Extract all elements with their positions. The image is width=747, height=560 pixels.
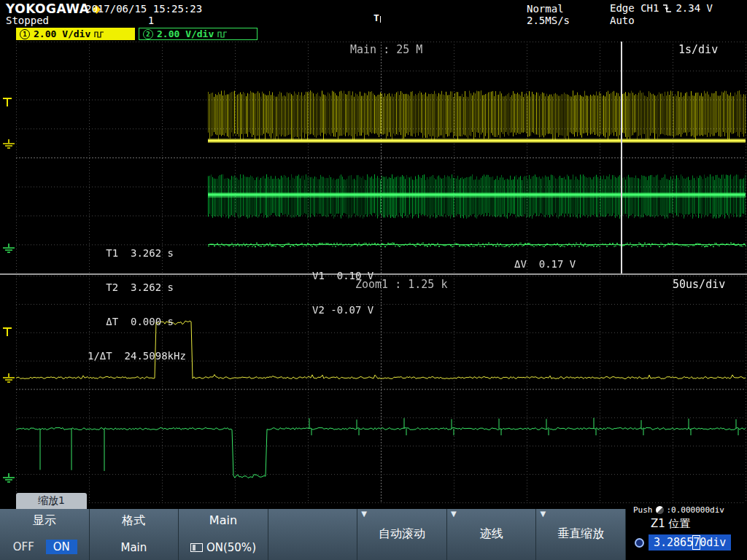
trigger-mode: Normal (527, 3, 564, 15)
digit-cursor: 7 (693, 536, 700, 549)
trigger-level: 2.34 V (676, 2, 713, 14)
trigger-position-icon: T (374, 12, 381, 23)
menu-main-value: ON(50%) (206, 541, 256, 554)
coupling-icon (217, 31, 228, 38)
trigger-sweep-mode: Auto (610, 15, 635, 26)
cursor-readout: T1 3.262 s T2 3.262 s ΔT 0.000 s 1/ΔT 24… (88, 225, 186, 385)
dropdown-icon: ▼ (451, 510, 457, 518)
menu-autoscroll[interactable]: ▼ 自动滚动 (357, 509, 447, 560)
push-knob-icon[interactable] (656, 506, 664, 514)
acquisition-count: 1 (85, 15, 217, 26)
menu-display: 显示 OFF ON (0, 509, 90, 560)
menu-vertical-zoom-title: 垂直缩放 (557, 526, 604, 542)
coupling-icon (94, 31, 104, 38)
cursor-v2: V2 -0.07 V (312, 305, 374, 316)
channel1-number-icon: 1 (20, 29, 30, 39)
cursor-freq: 1/ΔT 24.5098kHz (88, 351, 186, 362)
menu-trace-title: 迹线 (480, 526, 503, 542)
main-timebase: 1s/div (678, 43, 718, 56)
menu-main-title: Main (209, 513, 237, 527)
acquisition-status: Stopped (6, 15, 49, 26)
menu-display-title: 显示 (33, 513, 56, 529)
display-off-button[interactable]: OFF (12, 540, 36, 554)
push-value: :0.000000div (667, 505, 724, 515)
sample-rate: 2.5MS/s (527, 15, 570, 26)
zoom-window-label: Zoom1 : 1.25 k (355, 278, 447, 291)
cursor-t2: T2 3.262 s (88, 282, 186, 293)
menu-autoscroll-title: 自动滚动 (379, 526, 425, 542)
brand-text: YOKOGAWA (6, 1, 90, 16)
trigger-source: Edge CH1 (610, 2, 659, 14)
channel-badge-row: 1 2.00 V/div 2 2.00 V/div (16, 28, 258, 40)
menu-format-title: 格式 (122, 513, 145, 529)
push-knob-hint: Push :0.000000div (626, 503, 747, 515)
menu-format[interactable]: 格式 Main (90, 509, 179, 560)
cursor-dv: ΔV 0.17 V (514, 258, 576, 270)
trigger-settings: Edge CH1 2.34 V (610, 2, 713, 14)
split-display-icon (190, 543, 203, 552)
menu-vertical-zoom[interactable]: ▼ 垂直缩放 (536, 509, 626, 560)
soft-menu: 显示 OFF ON 格式 Main Main ON(50%) ▼ 自动滚动 ▼ … (0, 509, 626, 560)
cursor-t1: T1 3.262 s (88, 248, 186, 259)
dropdown-icon: ▼ (361, 510, 367, 518)
zoom-timebase: 50us/div (673, 278, 725, 291)
cursor-dt: ΔT 0.000 s (88, 316, 186, 327)
main-window-label: Main : 25 M (350, 43, 422, 56)
channel2-scale: 2.00 V/div (157, 28, 214, 39)
menu-format-value: Main (120, 541, 147, 554)
channel2-badge[interactable]: 2 2.00 V/div (139, 28, 258, 40)
push-label: Push (633, 505, 653, 515)
top-status-bar: YOKOGAWA ◆ Stopped 2017/06/15 15:25:23 1… (0, 0, 747, 28)
datetime: 2017/06/15 15:25:23 (85, 3, 202, 15)
channel1-scale: 2.00 V/div (34, 28, 90, 39)
z1-position-title: Z1 位置 (626, 515, 747, 531)
display-on-button[interactable]: ON (46, 540, 77, 554)
tab-zoom1[interactable]: 缩放1 (16, 493, 87, 509)
menu-empty (268, 509, 358, 560)
menu-trace[interactable]: ▼ 迹线 (447, 509, 537, 560)
edge-trigger-icon (662, 4, 672, 13)
menu-main[interactable]: Main ON(50%) (179, 509, 268, 560)
channel2-number-icon: 2 (143, 29, 153, 39)
channel1-badge[interactable]: 1 2.00 V/div (16, 28, 135, 40)
z1-position-value[interactable]: 3.2865 7 0div (649, 534, 731, 551)
z1-position-panel: Push :0.000000div Z1 位置 3.2865 7 0div (626, 503, 747, 560)
oscilloscope-screen: YOKOGAWA ◆ Stopped 2017/06/15 15:25:23 1… (0, 0, 747, 560)
z1-knob-icon[interactable] (635, 538, 644, 548)
voltage-readout: V1 0.10 V V2 -0.07 V (312, 247, 374, 339)
dropdown-icon: ▼ (540, 510, 546, 518)
